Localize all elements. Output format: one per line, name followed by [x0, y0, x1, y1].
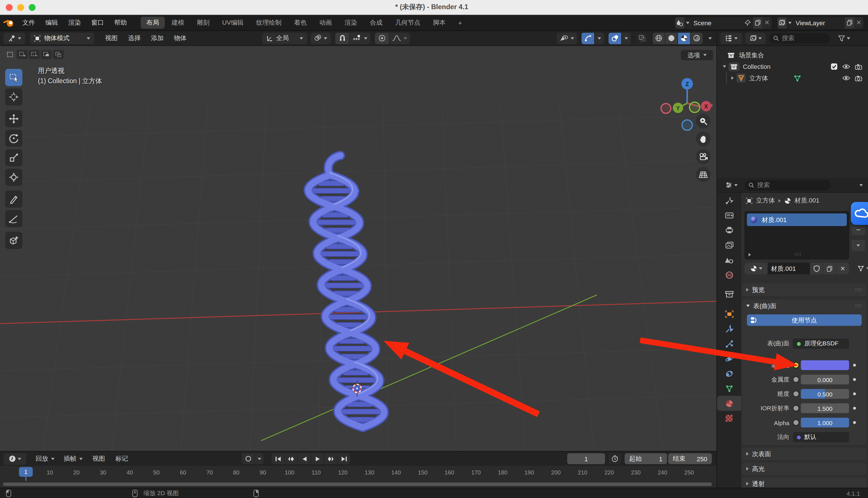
metallic-socket[interactable]	[793, 376, 799, 383]
panel-specular[interactable]: 高光	[742, 462, 866, 475]
workspace-tab-4[interactable]: 纹理绘制	[250, 17, 287, 29]
xray-toggle[interactable]	[635, 32, 648, 44]
menu-2[interactable]: 渲染	[63, 18, 86, 27]
viewport-menu-2[interactable]: 添加	[146, 34, 169, 42]
breadcrumb-object[interactable]: 立方体	[756, 196, 775, 205]
transform-orientation[interactable]: 全局	[262, 32, 307, 44]
tab-particles[interactable]	[717, 336, 741, 351]
scene-name[interactable]: Scene	[691, 19, 744, 26]
playhead-chip[interactable]: 1	[19, 467, 33, 477]
sidebar-collapse-arrow[interactable]: ‹	[711, 101, 713, 109]
show-gizmo-selector[interactable]	[557, 32, 577, 44]
menu-1[interactable]: 编辑	[40, 18, 63, 27]
viewport-options-button[interactable]: 选项	[681, 50, 713, 60]
slot-list-grip[interactable]: ∷∷	[794, 252, 801, 257]
decorator-dot[interactable]	[853, 392, 856, 395]
fake-user-shield-button[interactable]	[810, 263, 822, 274]
render-camera-icon[interactable]	[855, 63, 862, 70]
tab-tool[interactable]	[717, 193, 741, 208]
outliner-search-input[interactable]: 搜索	[769, 33, 830, 43]
workspace-tab-1[interactable]: 建模	[166, 17, 190, 29]
ior-socket[interactable]	[793, 405, 799, 411]
tab-view-layer[interactable]	[717, 237, 741, 252]
minimize-window-button[interactable]	[17, 4, 24, 11]
prev-keyframe-button[interactable]	[285, 453, 297, 464]
shading-dropdown[interactable]	[706, 32, 714, 44]
ior-slider[interactable]: 1.500	[801, 403, 849, 413]
auto-keying-dropdown[interactable]	[255, 453, 263, 464]
tool-select-box[interactable]	[5, 69, 22, 86]
editor-type-selector[interactable]	[3, 32, 25, 44]
timeline-view-menu[interactable]: 视图	[87, 451, 110, 466]
pan-hand-button[interactable]	[696, 131, 711, 146]
tab-render[interactable]	[717, 208, 741, 223]
current-frame-field[interactable]: 1	[567, 453, 605, 464]
close-window-button[interactable]	[6, 4, 13, 11]
workspace-tab-10[interactable]: 脚本	[427, 17, 452, 29]
viewport-menu-0[interactable]: 视图	[100, 34, 123, 42]
unlink-material-button[interactable]: ✕	[837, 263, 849, 274]
roughness-socket[interactable]	[793, 391, 799, 397]
properties-header-dropdown[interactable]	[859, 184, 863, 186]
scene-browse-icon[interactable]	[675, 17, 684, 28]
proportional-falloff-selector[interactable]	[389, 32, 410, 44]
gizmo-y-neg[interactable]	[689, 102, 700, 113]
frame-start-field[interactable]: 起始1	[625, 453, 667, 464]
tab-physics[interactable]	[717, 351, 741, 366]
scene-unlink-icon[interactable]: ✕	[762, 17, 772, 28]
panel-preview[interactable]: 预览∷∷	[742, 284, 866, 296]
keying-menu[interactable]: 插帧	[59, 453, 87, 464]
viewport-menu-1[interactable]: 选择	[123, 34, 146, 42]
snap-toggle[interactable]	[335, 32, 349, 44]
next-keyframe-button[interactable]	[324, 453, 337, 464]
scene-selector[interactable]: Scene ✕	[675, 17, 772, 28]
select-mode-extend[interactable]	[17, 50, 28, 59]
exclude-checkbox[interactable]	[831, 63, 838, 70]
use-preview-range-toggle[interactable]	[609, 453, 621, 464]
tab-texture[interactable]	[717, 411, 741, 426]
tab-constraints[interactable]	[717, 366, 741, 381]
camera-view-button[interactable]	[696, 149, 711, 164]
alpha-socket[interactable]	[793, 419, 799, 426]
outliner-row-object[interactable]: 立方体	[717, 72, 868, 84]
alpha-slider[interactable]: 1.000	[801, 418, 849, 428]
tool-scale[interactable]	[5, 149, 22, 166]
menu-4[interactable]: 帮助	[109, 18, 132, 27]
timeline-ruler[interactable]: 1020304050607080901001101201301401501601…	[0, 466, 716, 481]
maximize-window-button[interactable]	[29, 4, 36, 11]
play-reverse-button[interactable]	[298, 453, 311, 464]
use-nodes-button[interactable]: 使用节点	[747, 314, 862, 326]
tab-output[interactable]	[717, 223, 741, 237]
viewlayer-copy-icon[interactable]	[845, 17, 854, 28]
scene-copy-icon[interactable]	[753, 17, 762, 28]
material-name-field[interactable]: 材质.001	[767, 263, 810, 274]
viewlayer-name[interactable]: ViewLayer	[793, 19, 845, 26]
material-slot-selected[interactable]: 材质.001	[747, 213, 847, 226]
tab-material[interactable]	[717, 396, 741, 411]
select-mode-subtract[interactable]	[29, 50, 40, 59]
tab-world[interactable]	[717, 267, 741, 282]
decorator-dot[interactable]	[853, 421, 856, 424]
breadcrumb-material[interactable]: 材质.001	[794, 196, 819, 205]
workspace-tab-11[interactable]: +	[453, 17, 468, 28]
viewport-3d[interactable]: 用户透视 (1) Collection | 立方体 选项 Y	[0, 46, 716, 451]
metallic-slider[interactable]: 0.000	[801, 375, 849, 384]
gizmo-z-neg[interactable]	[682, 120, 692, 130]
floating-cloud-app-icon[interactable]	[851, 202, 868, 225]
outliner-display-mode[interactable]	[745, 32, 766, 44]
workspace-tab-9[interactable]: 几何节点	[389, 17, 426, 29]
tool-cursor[interactable]	[5, 88, 22, 106]
viewlayer-browse-icon[interactable]	[777, 17, 787, 28]
tab-modifiers[interactable]	[717, 321, 741, 336]
viewlayer-remove-icon[interactable]: ✕	[854, 17, 864, 28]
timeline-markers-menu[interactable]: 标记	[110, 451, 133, 466]
workspace-tab-6[interactable]: 动画	[314, 17, 338, 29]
menu-3[interactable]: 窗口	[86, 18, 109, 27]
viewport-menu-3[interactable]: 物体	[169, 34, 192, 42]
playback-menu[interactable]: 回放	[31, 453, 59, 464]
workspace-tab-2[interactable]: 雕刻	[191, 17, 215, 29]
shading-solid-button[interactable]	[665, 32, 677, 44]
pivot-point-selector[interactable]	[311, 32, 331, 44]
tool-transform[interactable]	[5, 169, 22, 186]
timeline-editor-selector[interactable]	[3, 453, 26, 464]
